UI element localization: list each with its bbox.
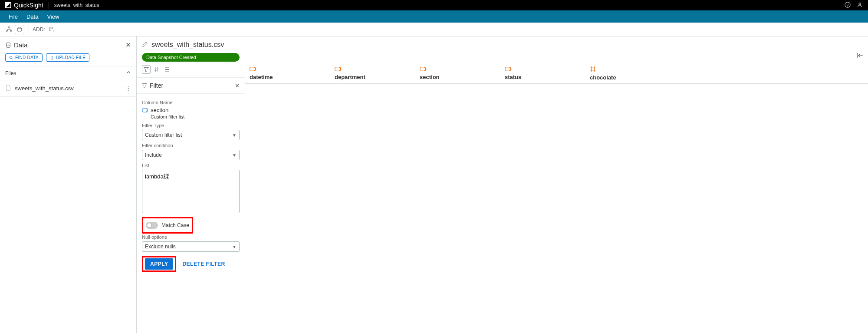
chevron-down-icon: ▼ — [232, 244, 237, 249]
column-sub: Custom filter list — [151, 114, 240, 119]
toolbar-divider — [29, 25, 29, 34]
sidebar-close-icon[interactable]: ✕ — [125, 41, 131, 49]
filter-type-value: Custom filter list — [145, 132, 182, 138]
find-data-button[interactable]: FIND DATA — [5, 53, 43, 62]
menu-data[interactable]: Data — [22, 13, 43, 20]
data-area: datetime department section status — [245, 36, 868, 333]
database-icon — [5, 42, 11, 48]
column-name: datetime — [250, 74, 273, 80]
search-icon — [9, 56, 13, 60]
edit-icon[interactable] — [142, 41, 148, 49]
more-icon[interactable]: ⋮ — [125, 85, 131, 92]
menu-view[interactable]: View — [43, 13, 63, 20]
filter-type-label: Filter Type — [142, 123, 240, 128]
filter-header: Filter ✕ — [137, 78, 245, 94]
apply-button[interactable]: APPLY — [145, 258, 173, 270]
svg-rect-4 — [7, 30, 8, 32]
column-name: chocolate — [590, 74, 616, 81]
upload-icon — [50, 56, 54, 60]
match-case-toggle[interactable] — [146, 222, 158, 229]
svg-point-7 — [49, 27, 52, 28]
filter-condition-select[interactable]: Include ▼ — [142, 150, 240, 160]
sidebar-header: Data ✕ — [0, 36, 136, 53]
schema-icon[interactable] — [4, 25, 14, 34]
user-icon[interactable] — [857, 2, 863, 9]
dataset-name: sweets_with_status — [54, 2, 99, 8]
null-options-select[interactable]: Exclude nulls ▼ — [142, 241, 240, 252]
svg-rect-3 — [8, 26, 10, 28]
data-sidebar: Data ✕ FIND DATA UPLOAD FILE Files sw — [0, 36, 137, 333]
toolbar: ADD: — [0, 23, 868, 36]
filename: sweets_with_status.csv — [151, 41, 224, 49]
file-name: sweets_with_status.csv — [15, 85, 74, 92]
quicksight-logo-icon — [5, 2, 11, 8]
menu-file[interactable]: File — [4, 13, 22, 20]
string-type-icon — [420, 66, 496, 73]
svg-rect-10 — [142, 108, 148, 112]
add-data-source-icon[interactable] — [47, 25, 56, 34]
sidebar-title: Data — [14, 41, 28, 49]
list-view-icon[interactable] — [163, 65, 171, 74]
column-header[interactable]: chocolate — [585, 64, 671, 83]
column-header[interactable]: section — [415, 64, 500, 83]
column-name: section — [420, 74, 440, 80]
filter-condition-label: Filter condition — [142, 143, 240, 148]
column-name: status — [505, 74, 521, 80]
snapshot-badge: Data Snapshot Created — [142, 53, 240, 62]
find-data-label: FIND DATA — [15, 55, 39, 60]
null-options-label: Null options — [142, 234, 240, 240]
main-layout: Data ✕ FIND DATA UPLOAD FILE Files sw — [0, 36, 868, 333]
svg-point-8 — [7, 43, 10, 44]
topbar: QuickSight sweets_with_status ? — [0, 0, 868, 10]
help-icon[interactable]: ? — [845, 2, 851, 9]
upload-file-button[interactable]: UPLOAD FILE — [46, 53, 89, 62]
filter-view-icon[interactable] — [142, 65, 151, 74]
chevron-up-icon — [126, 70, 131, 76]
filter-condition-value: Include — [145, 152, 162, 158]
file-header: sweets_with_status.csv — [137, 36, 245, 53]
column-header[interactable]: datetime — [245, 64, 330, 83]
string-type-icon — [250, 66, 326, 73]
filter-type-select[interactable]: Custom filter list ▼ — [142, 130, 240, 140]
match-case-row: Match Case — [145, 219, 190, 231]
svg-point-2 — [859, 3, 861, 4]
add-label: ADD: — [33, 26, 45, 33]
match-case-label: Match Case — [161, 222, 189, 228]
data-icon[interactable] — [15, 25, 24, 34]
menubar: File Data View — [0, 10, 868, 23]
filter-icon — [142, 83, 147, 88]
svg-text:?: ? — [847, 3, 849, 7]
brand-logo[interactable]: QuickSight — [5, 2, 43, 9]
file-icon — [5, 85, 11, 92]
string-type-icon — [142, 108, 148, 112]
sort-icon[interactable] — [152, 65, 161, 74]
null-options-value: Exclude nulls — [145, 244, 176, 250]
file-item[interactable]: sweets_with_status.csv ⋮ — [0, 80, 136, 97]
files-section-header[interactable]: Files — [0, 66, 136, 80]
filter-action-row: APPLY DELETE FILTER — [142, 256, 240, 272]
number-type-icon — [590, 66, 666, 73]
column-header[interactable]: status — [500, 64, 585, 83]
chevron-down-icon: ▼ — [232, 133, 237, 138]
column-headers: datetime department section status — [245, 63, 868, 84]
topbar-divider — [49, 2, 49, 9]
column-name: department — [335, 74, 365, 80]
column-header[interactable]: department — [330, 64, 415, 83]
string-type-icon — [505, 66, 581, 73]
view-mode-bar — [137, 65, 245, 78]
chevron-down-icon: ▼ — [232, 153, 237, 158]
list-textarea[interactable] — [142, 170, 240, 213]
list-label: List — [142, 163, 240, 168]
svg-rect-5 — [10, 30, 12, 32]
column-name-label: Column Name — [142, 100, 240, 105]
match-case-highlight: Match Case — [142, 217, 193, 234]
files-title: Files — [5, 70, 16, 76]
string-type-icon — [335, 66, 411, 73]
svg-point-6 — [18, 27, 22, 29]
delete-filter-button[interactable]: DELETE FILTER — [181, 258, 227, 270]
apply-highlight: APPLY — [142, 256, 176, 272]
column-name-value: section — [151, 107, 168, 113]
collapse-panel-icon[interactable] — [857, 52, 864, 60]
close-filter-icon[interactable]: ✕ — [235, 82, 240, 89]
filter-body: Column Name section Custom filter list F… — [137, 94, 245, 275]
